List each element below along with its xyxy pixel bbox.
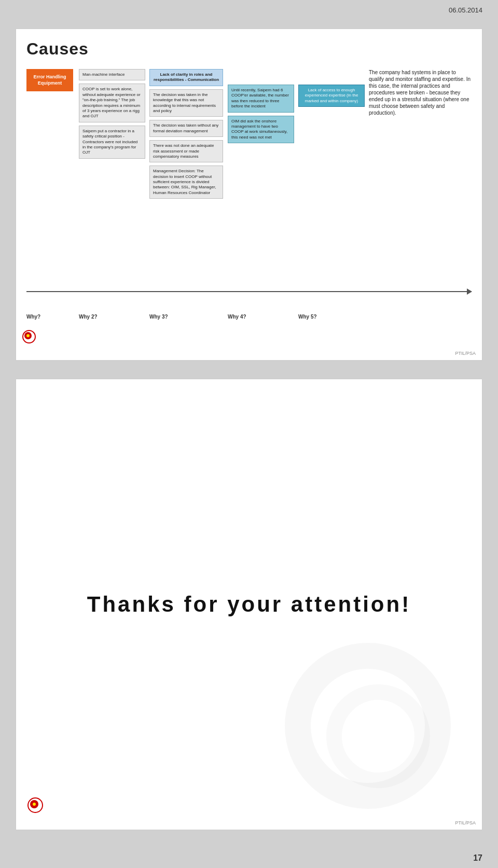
- why-labels-row: Why? Why 2? Why 3? Why 4? Why 5?: [26, 314, 472, 320]
- target-icon-slide1: [22, 330, 36, 346]
- saipem-contractor-box: Saipem put a contractor in a safety crit…: [79, 126, 145, 159]
- why-label-3: Why 3?: [149, 314, 225, 320]
- col-why1: Error Handling Equipment: [26, 66, 76, 295]
- slide1-title: Causes: [26, 39, 472, 59]
- causes-main-area: Error Handling Equipment Man-machine int…: [26, 66, 472, 321]
- why-label-2: Why 2?: [79, 314, 146, 320]
- error-handling-box: Error Handling Equipment: [26, 69, 73, 91]
- watermark-bg2: [326, 684, 430, 788]
- col-why3: Lack of clarity in roles and responsibil…: [149, 66, 225, 295]
- col-why5: Lack of access to enough experienced exp…: [298, 66, 366, 295]
- target-icon-slide2: [27, 797, 43, 815]
- page-number: 17: [473, 853, 482, 863]
- risk-assessment-box: There was not done an adequate risk asse…: [149, 140, 223, 162]
- decision-taken-box: The decision was taken in the knowledge …: [149, 89, 223, 117]
- man-machine-box: Man-machine interface: [79, 69, 145, 80]
- ptil-psa-slide2: PTIL/PSA: [455, 820, 476, 825]
- date-header: 06.05.2014: [449, 6, 482, 14]
- slide2: Thanks for your attention! PTIL/PSA: [16, 379, 482, 830]
- why-label-5: Why 5?: [298, 314, 366, 320]
- why-label-4: Why 4?: [228, 314, 295, 320]
- causes-grid: Error Handling Equipment Man-machine int…: [26, 66, 472, 295]
- clarity-roles-box: Lack of clarity in roles and responsibil…: [149, 69, 223, 86]
- thanks-text: Thanks for your attention!: [87, 592, 411, 617]
- slide1: Causes Error Handling Equipment Man-mach…: [16, 29, 482, 361]
- formal-deviation-box: The decision was taken without any forma…: [149, 120, 223, 137]
- why-label-1: Why?: [26, 314, 76, 320]
- until-recently-box: Until recently, Saipem had 6 COOP'er ava…: [228, 85, 294, 113]
- coop-box: COOP is set to work alone, without adequ…: [79, 84, 145, 122]
- ptil-psa-slide1: PTIL/PSA: [455, 351, 476, 356]
- arrow-row: [26, 291, 472, 292]
- col-why2: Man-machine interface COOP is set to wor…: [79, 66, 146, 295]
- col-why4: Until recently, Saipem had 6 COOP'er ava…: [228, 66, 295, 295]
- lack-access-box: Lack of access to enough experienced exp…: [298, 85, 365, 107]
- management-decision-box: Management Decision: The decision to ins…: [149, 166, 223, 199]
- right-text: The company had systems in place to qual…: [369, 66, 472, 295]
- oim-ask-box: OIM did ask the onshore management to ha…: [228, 116, 294, 144]
